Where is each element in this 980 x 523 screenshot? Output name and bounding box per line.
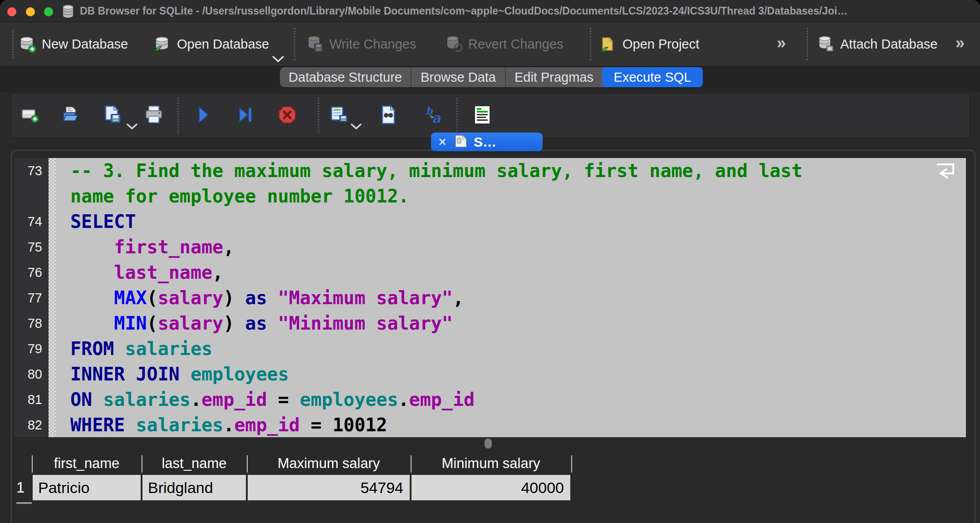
open-database-icon — [152, 34, 172, 54]
column-header-last-name[interactable]: last_name — [142, 453, 246, 474]
code-line[interactable]: MAX(salary) as "Maximum salary", — [70, 285, 966, 311]
export-results-dropdown-icon[interactable] — [350, 123, 363, 132]
line-number: 74 — [14, 209, 49, 234]
editor-fold-margin — [49, 158, 56, 438]
code-token: 10012 — [333, 414, 387, 435]
main-toolbar: New Database Open Database Write Changes… — [0, 22, 980, 66]
stop-sql-icon[interactable] — [277, 104, 298, 125]
write-changes-button: Write Changes — [305, 22, 416, 66]
code-line[interactable]: WHERE salaries.emp_id = 10012 — [70, 412, 966, 438]
close-sql-tab-icon[interactable]: × — [438, 133, 446, 151]
find-in-sql-icon[interactable] — [378, 104, 399, 125]
line-number: 80 — [14, 361, 49, 387]
code-token: first_name — [114, 237, 223, 257]
sql-toolbar-separator — [456, 98, 458, 134]
tab-database-structure[interactable]: Database Structure — [280, 67, 411, 87]
code-token: MIN — [114, 313, 147, 334]
code-token: ( — [147, 287, 158, 308]
row-number[interactable]: 1 — [12, 475, 24, 500]
code-line[interactable]: first_name, — [70, 234, 966, 260]
line-number: 76 — [14, 260, 49, 285]
code-token: as — [245, 313, 267, 334]
splitter-handle[interactable] — [485, 439, 492, 449]
code-line[interactable]: SELECT — [70, 209, 966, 234]
code-token: emp_id — [234, 414, 300, 435]
toolbar-separator — [590, 28, 591, 60]
editor-gutter: 73747576777879808182 — [14, 158, 49, 438]
code-token: FROM — [70, 338, 114, 359]
open-database-dropdown-icon[interactable] — [271, 55, 285, 65]
titlebar[interactable]: DB Browser for SQLite - /Users/russellgo… — [0, 0, 980, 22]
line-number — [14, 183, 49, 209]
cell-first-name[interactable]: Patricio — [33, 475, 141, 500]
export-results-icon[interactable] — [329, 104, 350, 125]
line-number: 82 — [14, 412, 49, 438]
open-project-label: Open Project — [622, 37, 699, 52]
close-window-button[interactable] — [7, 7, 16, 16]
code-token: as — [245, 287, 267, 308]
column-header-first-name[interactable]: first_name — [33, 453, 141, 474]
execute-sql-icon[interactable] — [193, 104, 214, 125]
new-database-label: New Database — [42, 37, 128, 52]
code-token: WHERE — [70, 414, 125, 435]
minimize-window-button[interactable] — [26, 7, 35, 16]
write-changes-icon — [305, 34, 325, 54]
open-sql-file-icon[interactable] — [60, 104, 81, 125]
open-sql-tab-icon[interactable] — [20, 104, 41, 125]
code-token — [125, 414, 136, 435]
code-token: -- 3. Find the maximum salary, minimum s… — [70, 160, 803, 181]
tab-execute-sql[interactable]: Execute SQL — [602, 67, 703, 87]
code-token: name for employee number 10012. — [70, 186, 409, 207]
sql-toolbar-separator — [318, 98, 319, 134]
cell-minimum-salary[interactable]: 40000 — [412, 475, 570, 500]
column-header-minimum-salary[interactable]: Minimum salary — [412, 453, 570, 474]
attach-database-icon — [816, 34, 836, 54]
code-line[interactable]: last_name, — [70, 260, 966, 285]
tab-edit-pragmas[interactable]: Edit Pragmas — [505, 67, 602, 87]
open-project-button[interactable]: Open Project — [598, 22, 699, 66]
code-token: . — [223, 414, 234, 435]
code-token — [114, 338, 125, 359]
code-token: "Minimum salary" — [278, 313, 453, 334]
code-line[interactable]: MIN(salary) as "Minimum salary" — [70, 311, 966, 336]
sql-code-editor[interactable]: 73747576777879808182 -- 3. Find the maxi… — [14, 158, 966, 438]
code-token: employees — [191, 364, 289, 385]
editor-code[interactable]: -- 3. Find the maximum salary, minimum s… — [56, 158, 966, 438]
code-line[interactable]: name for employee number 10012. — [70, 183, 966, 209]
print-icon[interactable] — [143, 104, 164, 125]
next-row-indicator — [16, 502, 32, 504]
zoom-window-button[interactable] — [44, 7, 53, 16]
code-line[interactable]: FROM salaries — [70, 336, 966, 361]
code-line[interactable]: -- 3. Find the maximum salary, minimum s… — [70, 158, 966, 183]
code-line[interactable]: INNER JOIN employees — [70, 361, 966, 387]
sql-editor-tab[interactable]: × S… — [431, 133, 543, 151]
code-token — [70, 237, 114, 257]
code-token: salaries — [125, 338, 212, 359]
toolbar-separator — [807, 28, 808, 60]
new-database-button[interactable]: New Database — [17, 22, 128, 66]
open-database-button[interactable]: Open Database — [152, 22, 269, 66]
code-token — [70, 313, 114, 334]
line-wrap-marker-icon — [932, 161, 956, 183]
code-token — [70, 287, 114, 308]
word-wrap-icon[interactable] — [472, 104, 493, 125]
execute-current-line-icon[interactable] — [235, 104, 256, 125]
column-header-maximum-salary[interactable]: Maximum salary — [248, 453, 410, 474]
toolbar-overflow-icon[interactable]: » — [956, 22, 965, 66]
toolbar-separator — [294, 28, 295, 60]
attach-database-button[interactable]: Attach Database — [816, 22, 937, 66]
cell-last-name[interactable]: Bridgland — [142, 475, 246, 500]
find-replace-icon[interactable]: ba — [423, 104, 444, 125]
toolbar-drag-handle[interactable] — [12, 30, 14, 58]
code-token: ON — [70, 389, 92, 410]
save-sql-file-icon[interactable] — [102, 104, 123, 125]
cell-maximum-salary[interactable]: 54794 — [248, 475, 410, 500]
code-line[interactable]: ON salaries.emp_id = employees.emp_id — [70, 387, 966, 412]
line-number: 73 — [14, 158, 49, 183]
code-token: last_name — [114, 262, 212, 283]
toolbar-overflow-icon[interactable]: » — [777, 22, 786, 66]
code-token: salary — [158, 287, 224, 308]
save-sql-dropdown-icon[interactable] — [126, 123, 138, 132]
tab-browse-data[interactable]: Browse Data — [411, 67, 505, 87]
code-token: . — [191, 389, 201, 410]
